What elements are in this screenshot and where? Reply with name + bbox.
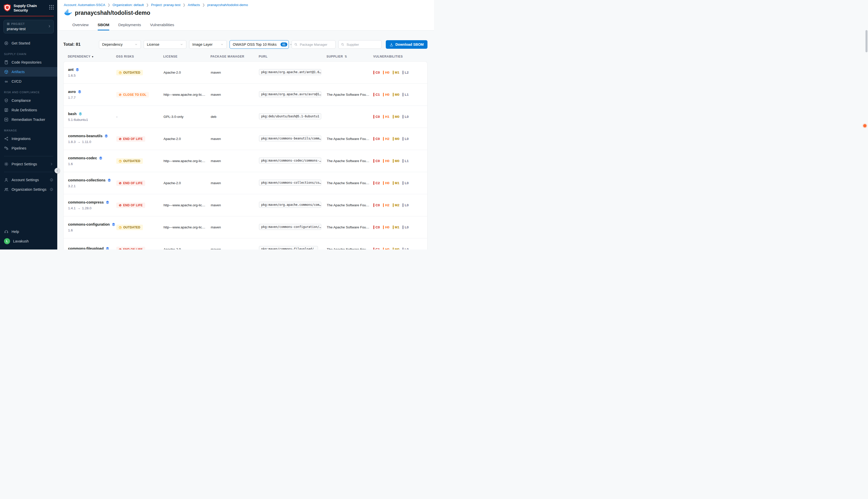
high-count: H0 [383,247,389,250]
page-header: Account: Automation-SSCA ❯ Organization:… [57,0,434,20]
supplier-search-input[interactable] [338,40,382,49]
sidebar-item-code-repositories[interactable]: Code Repositories [0,58,57,67]
purl-cell: pkg:maven/commons-configuration/… [259,224,327,231]
layers-icon [99,156,103,160]
purl-cell: pkg:maven/commons-collections/co… [259,180,327,187]
sidebar-item-compliance[interactable]: Compliance [0,96,57,105]
table-row[interactable]: commons-beanutils 1.8.3 → 1.11.0 [64,128,427,150]
sidebar-item-account-settings[interactable]: Account Settings [0,175,57,185]
sidebar-item-organization-settings[interactable]: Organization Settings [0,185,57,194]
oss-risk-badge: ⊘ END OF LIFE [116,247,145,250]
purl-value[interactable]: pkg:maven/commons-codec/commons-… [259,158,321,163]
app-logo-shield-icon [3,3,11,13]
risk-status-icon: ◷ [119,226,122,229]
license-value: http---www.apache.org-lice… [163,226,211,229]
image-layer-filter-dropdown[interactable]: Image Layer [189,40,227,49]
breadcrumb-account-link[interactable]: Account: Automation-SSCA [64,3,105,7]
tab-vulnerabilities[interactable]: Vulnerabilities [150,20,174,31]
sidebar-item-rule-definitions[interactable]: Rule Definitions [0,105,57,115]
breadcrumb-current-artifact[interactable]: pranaycshah/todolist-demo [207,3,248,7]
column-header-oss-risks: OSS RISKS [116,55,163,58]
risk-label: OUTDATED [123,159,140,163]
project-selector[interactable]: PROJECT pranay-test [3,20,54,34]
table-row[interactable]: ant 1.6.5 → [64,62,427,84]
purl-value[interactable]: pkg:deb/ubuntu/bash@5.1-6ubuntu1 [259,113,321,119]
breadcrumb-artifacts-link[interactable]: Artifacts [188,3,200,7]
breadcrumb-organization-link[interactable]: Organization: default [112,3,144,7]
owasp-risks-filter-dropdown[interactable]: OWASP OSS Top 10 Risks 01 [230,40,289,49]
dependency-cell: avro 1.7.7 → [68,90,116,99]
sidebar-item-help[interactable]: Help [0,227,57,236]
high-count: H0 [383,93,389,97]
purl-value[interactable]: pkg:maven/org.apache.commons/com… [259,202,321,208]
tab-bar: Overview SBOM Deployments Vulnerabilitie… [57,20,434,31]
dependency-filter-dropdown[interactable]: Dependency [99,40,141,49]
sidebar-item-pipelines[interactable]: Pipelines [0,144,57,153]
user-name: Lavakush [13,239,29,243]
people-icon [4,187,9,192]
sidebar-item-project-settings[interactable]: Project Settings [0,159,57,169]
sidebar-item-get-started[interactable]: Get Started [0,38,57,48]
table-row[interactable]: avro 1.7.7 → [64,84,427,106]
tab-deployments[interactable]: Deployments [118,20,141,31]
dependency-cell: commons-collections 3.2.1 → [68,178,116,188]
dependency-name: avro [68,90,76,94]
user-menu[interactable]: L Lavakush [0,236,57,246]
download-icon [389,43,393,47]
toolbar: Total: 81 Dependency License Image Layer [63,40,427,49]
column-header-supplier[interactable]: SUPPLIER ⇅ [326,55,373,58]
column-header-vulnerabilities: VULNERABILITIES [373,55,427,58]
dependency-cell: commons-configuration 1.6 → [68,222,116,232]
sidebar-item-cicd[interactable]: ∞ CI/CD [0,77,57,86]
chevron-separator-icon: ❯ [202,3,205,7]
dependency-version: 1.7.7 [68,96,76,99]
license-value: Apache-2.0 [163,137,211,141]
tab-sbom[interactable]: SBOM [98,20,110,31]
sidebar-item-remediation-tracker[interactable]: Remediation Tracker [0,115,57,124]
breadcrumb-project-link[interactable]: Project: pranay-test [151,3,181,7]
severity-bar-critical [373,181,374,185]
sidebar-item-integrations[interactable]: Integrations [0,134,57,144]
tab-overview[interactable]: Overview [72,20,89,31]
table-row[interactable]: commons-fileupload → [64,239,427,250]
purl-value[interactable]: pkg:maven/org.apache.avro/avro@1… [259,91,321,97]
sort-arrows-icon[interactable]: ⇅ [345,55,347,58]
avatar: L [4,238,10,244]
total-value: 81 [76,42,80,47]
table-row[interactable]: commons-configuration 1.6 → [64,216,427,239]
critical-count: C1 [373,247,380,250]
sidebar-nav: Get Started SUPPLY CHAIN Code Repositori… [0,36,57,226]
search-icon [294,43,298,46]
sidebar-item-label: Code Repositories [12,60,41,64]
sbom-table: ant 1.6.5 → [63,61,427,250]
purl-value[interactable]: pkg:maven/org.apache.ant/ant@1.6… [259,69,321,75]
severity-bar-medium [393,71,394,74]
layers-icon [104,134,108,138]
table-row[interactable]: commons-collections 3.2.1 → [64,172,427,194]
dependency-cell: commons-codec 1.6 → [68,156,116,166]
sidebar-item-label: Organization Settings [12,187,47,192]
download-sbom-button[interactable]: Download SBOM [386,40,427,49]
purl-value[interactable]: pkg:maven/commons-fileupload/… [259,246,318,250]
table-body: ant 1.6.5 → [64,62,427,250]
dependency-upgrade-version: 1.11.0 [82,140,91,144]
infinity-icon: ∞ [4,79,9,84]
table-row[interactable]: bash 5.1-6ubuntu1 → [64,106,427,128]
sidebar-item-label: Project Settings [12,162,37,166]
purl-value[interactable]: pkg:maven/commons-collections/co… [259,180,321,186]
license-value: Apache-2.0 [163,181,211,185]
license-filter-dropdown[interactable]: License [144,40,186,49]
filter-caret-icon[interactable]: ▾ [92,55,94,58]
sidebar-collapse-handle[interactable] [54,168,60,173]
sidebar-item-label: Rule Definitions [12,108,37,112]
purl-value[interactable]: pkg:maven/commons-beanutils/comm… [259,135,321,142]
dependency-version: 1.4.1 [68,206,76,210]
table-row[interactable]: commons-compress 1.4.1 → 1.28.0 [64,194,427,216]
table-row[interactable]: commons-codec 1.6 → [64,150,427,172]
app-switcher-icon[interactable] [49,5,54,10]
severity-bar-high [383,247,384,250]
purl-value[interactable]: pkg:maven/commons-configuration/… [259,224,321,230]
package-manager-search-input[interactable] [292,40,336,49]
column-header-dependency[interactable]: DEPENDENCY ▾ [68,55,116,58]
sidebar-item-artifacts[interactable]: Artifacts [0,67,57,77]
